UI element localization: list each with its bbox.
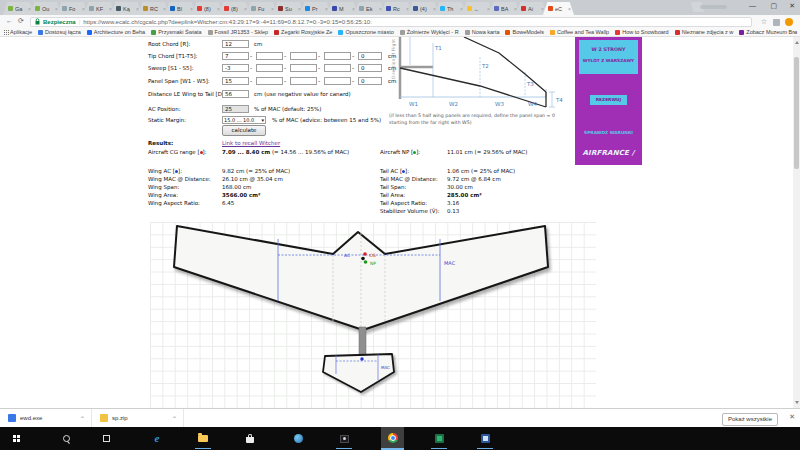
url-text[interactable]: https://www.ecalc.ch/cgcalc.php?deeplink… <box>83 19 372 25</box>
ad-banner[interactable]: W 2 STRONY WYLOT Z WARSZAWY REZERWUJ SPR… <box>575 37 642 165</box>
browser-tab[interactable]: Ai × <box>516 2 547 15</box>
scroll-down-arrow[interactable] <box>795 401 799 406</box>
browser-tab[interactable]: Th × <box>435 2 466 15</box>
value-input-5[interactable]: 0 <box>358 77 382 85</box>
root-chord-input[interactable]: 12 <box>222 40 249 48</box>
download-item[interactable]: sp.zip ⌃ <box>92 409 184 427</box>
window-maximize-button[interactable]: ▢ <box>770 2 777 10</box>
browser-tab[interactable]: (8) × <box>192 2 223 15</box>
bookmark-item[interactable]: Architecture on Beha <box>87 29 145 35</box>
taskbar-explorer-button[interactable] <box>192 427 214 450</box>
browser-tab[interactable]: Ką × <box>111 2 142 15</box>
taskbar-store-button[interactable] <box>239 427 261 450</box>
tab-close-icon[interactable]: × <box>379 6 382 12</box>
start-button[interactable] <box>5 427 27 450</box>
bookmark-item[interactable]: Przysmaki Świata <box>151 29 201 35</box>
browser-tab[interactable]: RC × <box>138 2 169 15</box>
tab-close-icon[interactable]: × <box>55 6 58 12</box>
tab-close-icon[interactable]: × <box>244 6 247 12</box>
download-caret-icon[interactable]: ⌃ <box>80 415 85 422</box>
browser-tab[interactable]: BA × <box>489 2 520 15</box>
taskbar-chrome-button-active[interactable] <box>381 427 404 450</box>
browser-tab[interactable]: Fo × <box>57 2 88 15</box>
value-input-5[interactable]: 0 <box>358 52 382 60</box>
taskbar-search-button[interactable] <box>55 427 77 450</box>
browser-tab[interactable]: Ek × <box>354 2 385 15</box>
tab-close-icon[interactable]: × <box>28 6 31 12</box>
tab-close-icon[interactable]: × <box>406 6 409 12</box>
download-item[interactable]: ewd.exe ⌃ <box>0 409 92 427</box>
value-input-4[interactable] <box>324 52 351 60</box>
address-bar[interactable]: Bezpieczna | https://www.ecalc.ch/cgcalc… <box>30 17 752 27</box>
browser-tab[interactable]: KF × <box>84 2 115 15</box>
back-button[interactable]: ← <box>6 17 13 24</box>
download-caret-icon[interactable]: ⌃ <box>172 415 177 422</box>
taskbar-edge-button[interactable]: e <box>146 427 168 450</box>
browser-tab[interactable]: Ou × <box>30 2 61 15</box>
reload-button[interactable]: ⟳ <box>18 17 24 25</box>
tab-close-icon[interactable]: × <box>460 6 463 12</box>
calculate-button[interactable]: calculate <box>222 125 266 136</box>
window-minimize-button[interactable]: — <box>749 2 756 9</box>
browser-tab[interactable]: Pr × <box>300 2 331 15</box>
bookmark-star-icon[interactable]: ☆ <box>761 18 767 26</box>
value-input-1[interactable]: 15 <box>222 77 249 85</box>
window-close-button[interactable]: ✕ <box>789 2 795 10</box>
static-margin-select[interactable]: 15.0 ... 10.0 ▾ <box>222 116 266 124</box>
browser-menu-icon[interactable] <box>785 18 793 26</box>
value-input-2[interactable] <box>256 52 283 60</box>
extension-icon[interactable] <box>773 19 780 26</box>
bookmark-item[interactable]: Nieznane zdjęcia z w <box>675 29 734 35</box>
bookmark-item[interactable]: Żołnierze Wyklęci - R <box>400 29 459 35</box>
ac-position-input[interactable]: 25 <box>222 105 249 113</box>
task-view-button[interactable] <box>95 427 117 450</box>
value-input-1[interactable]: 7 <box>222 52 249 60</box>
value-input-5[interactable]: 0 <box>358 64 382 72</box>
show-all-downloads-button[interactable]: Pokaż wszystkie <box>722 413 778 426</box>
tab-close-icon[interactable]: × <box>541 6 544 12</box>
bookmark-item[interactable]: Fossil JR1353 - Sklep <box>208 29 269 35</box>
browser-tab[interactable]: M × <box>327 2 358 15</box>
browser-tab[interactable]: (4) × <box>408 2 439 15</box>
bookmark-item[interactable]: BoweModels <box>505 29 544 35</box>
tab-close-icon[interactable]: × <box>271 6 274 12</box>
bookmark-item[interactable]: How to Snowboard <box>615 29 668 35</box>
bookmark-item[interactable]: Zobacz Muzeum Bro <box>739 29 797 35</box>
downloads-bar-close-icon[interactable]: ✕ <box>789 413 795 421</box>
ad-terms-link[interactable]: SPRAWDŹ WARUNKI <box>575 130 642 135</box>
tab-close-icon[interactable]: × <box>190 6 193 12</box>
tab-close-icon[interactable]: × <box>298 6 301 12</box>
tab-close-icon[interactable]: × <box>217 6 220 12</box>
apps-shortcut[interactable]: Aplikacje <box>4 29 32 35</box>
value-input-4[interactable] <box>324 64 351 72</box>
bookmark-item[interactable]: Zegarki Rosyjskie Ze <box>274 29 332 35</box>
value-input-4[interactable] <box>324 77 351 85</box>
taskbar-camera-button[interactable] <box>333 427 355 450</box>
value-input-3[interactable] <box>290 77 317 85</box>
bookmark-item[interactable]: Coffee and Tea Wallp <box>550 29 609 35</box>
tab-close-icon[interactable]: × <box>514 6 517 12</box>
tab-close-icon[interactable]: × <box>109 6 112 12</box>
tab-close-icon[interactable]: × <box>352 6 355 12</box>
bookmark-item[interactable]: Dostosuj łącza <box>38 29 81 35</box>
ad-cta-button[interactable]: REZERWUJ <box>590 95 627 105</box>
browser-tab[interactable]: Fu × <box>246 2 277 15</box>
bookmark-item[interactable]: Nowa karta <box>465 29 500 35</box>
browser-tab[interactable]: ← × <box>462 2 493 15</box>
tab-close-icon[interactable]: × <box>568 6 571 12</box>
taskbar-word-button[interactable] <box>474 427 496 450</box>
taskbar-app-blue-button[interactable] <box>287 427 309 450</box>
taskbar-green-app-button[interactable] <box>428 427 450 450</box>
recall-link[interactable]: Link to recall Witcher <box>222 140 280 146</box>
browser-tab[interactable]: Ga × <box>3 2 34 15</box>
distance-input[interactable]: 56 <box>222 90 249 98</box>
browser-tab[interactable]: Su × <box>273 2 304 15</box>
tab-close-icon[interactable]: × <box>82 6 85 12</box>
scroll-up-arrow[interactable] <box>795 39 799 44</box>
value-input-1[interactable]: -3 <box>222 64 249 72</box>
browser-tab[interactable]: eC × <box>543 2 574 15</box>
value-input-3[interactable] <box>290 64 317 72</box>
browser-tab[interactable]: (8) × <box>219 2 250 15</box>
value-input-2[interactable] <box>256 64 283 72</box>
tab-close-icon[interactable]: × <box>163 6 166 12</box>
